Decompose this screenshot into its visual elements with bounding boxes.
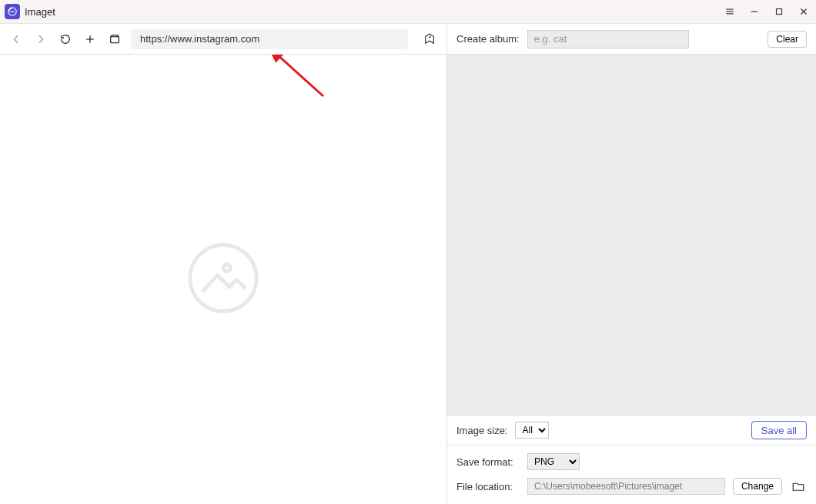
forward-button[interactable] — [32, 31, 49, 48]
save-format-select[interactable]: PNG — [527, 453, 580, 470]
gallery-area — [447, 55, 816, 415]
url-input[interactable] — [139, 32, 400, 45]
browser-pane — [0, 24, 446, 504]
create-album-label: Create album: — [456, 33, 520, 45]
menu-icon[interactable] — [722, 4, 737, 19]
svg-point-13 — [223, 264, 231, 272]
create-album-input[interactable] — [527, 30, 689, 48]
album-row: Create album: Clear — [447, 24, 816, 55]
annotation-arrow-icon — [269, 55, 331, 102]
svg-point-12 — [190, 245, 256, 311]
file-location-input[interactable] — [527, 478, 725, 495]
bookmark-icon[interactable] — [420, 30, 439, 48]
main-split: Create album: Clear Image size: All Save… — [0, 23, 816, 504]
svg-rect-5 — [777, 9, 782, 15]
titlebar: Imaget — [0, 0, 816, 23]
minimize-button[interactable] — [747, 4, 762, 19]
titlebar-left: Imaget — [5, 4, 55, 19]
svg-line-11 — [429, 36, 430, 38]
image-size-row: Image size: All Save all — [447, 415, 816, 446]
reload-button[interactable] — [57, 31, 74, 48]
new-tab-button[interactable] — [82, 31, 99, 48]
save-format-label: Save format: — [456, 456, 520, 468]
save-all-button[interactable]: Save all — [751, 421, 807, 439]
change-location-button[interactable]: Change — [733, 478, 782, 495]
save-format-row: Save format: PNG — [456, 453, 807, 470]
address-bar[interactable] — [131, 29, 408, 49]
titlebar-right — [722, 4, 811, 19]
sidebar-pane: Create album: Clear Image size: All Save… — [446, 24, 816, 504]
tabs-icon[interactable] — [106, 31, 123, 48]
svg-rect-10 — [111, 36, 119, 42]
browser-toolbar — [0, 24, 446, 55]
maximize-button[interactable] — [771, 4, 787, 19]
open-folder-icon[interactable] — [790, 478, 807, 495]
image-placeholder-icon — [186, 242, 260, 318]
back-button[interactable] — [8, 31, 25, 48]
svg-line-14 — [277, 55, 323, 96]
clear-button[interactable]: Clear — [768, 31, 807, 48]
save-options: Save format: PNG File location: Change — [447, 446, 816, 504]
image-size-select[interactable]: All — [515, 422, 549, 439]
app-name: Imaget — [25, 6, 55, 18]
app-icon — [5, 4, 20, 19]
close-button[interactable] — [796, 4, 811, 19]
browser-viewport — [0, 55, 446, 504]
file-location-label: File location: — [456, 481, 520, 492]
image-size-label: Image size: — [456, 425, 507, 436]
file-location-row: File location: Change — [456, 478, 807, 495]
